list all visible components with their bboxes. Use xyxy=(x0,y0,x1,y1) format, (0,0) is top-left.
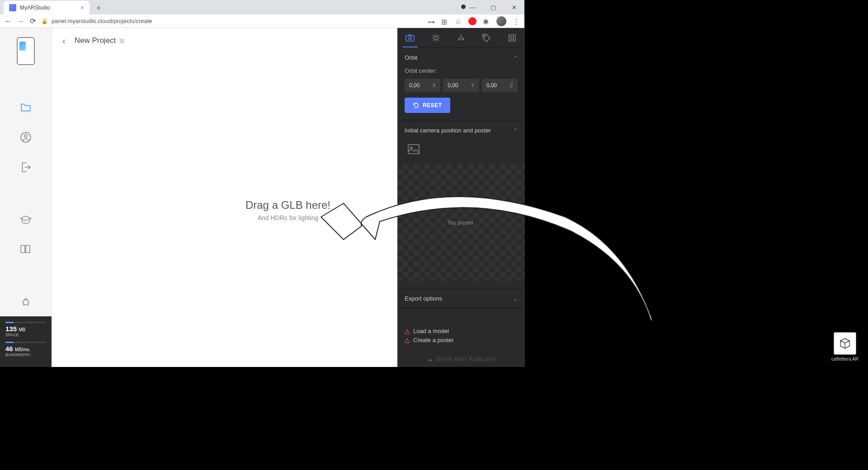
close-window-button[interactable]: ✕ xyxy=(504,0,524,14)
hotspot-tab[interactable] xyxy=(474,28,499,47)
projects-icon[interactable] xyxy=(19,101,32,114)
svg-point-10 xyxy=(434,36,438,40)
chevron-up-icon: ⌃ xyxy=(513,127,518,134)
docs-icon[interactable] xyxy=(19,243,32,256)
address-bar: ← → ⟳ 🔒 panel.myarstudio.cloud/projects/… xyxy=(0,14,524,28)
space-bar xyxy=(5,322,46,323)
sidebar: 135 MB SPACE 46 MB/mo. BANDWIDTH xyxy=(0,28,52,367)
learn-icon[interactable] xyxy=(19,213,32,226)
drop-title: Drag a GLB here! xyxy=(245,199,330,212)
opera-icon[interactable] xyxy=(468,17,476,25)
space-label: SPACE xyxy=(5,333,46,337)
export-section: Export options ⌄ xyxy=(397,289,525,309)
orbit-center-label: Orbit center: xyxy=(405,67,518,74)
export-title: Export options xyxy=(405,295,442,302)
logout-icon[interactable] xyxy=(19,161,32,174)
new-tab-button[interactable]: + xyxy=(92,2,105,14)
translate-icon[interactable]: ⊞ xyxy=(441,18,448,25)
dragged-file[interactable]: caffettiera AR xyxy=(831,332,859,362)
orbit-title: Orbit xyxy=(405,54,417,61)
orbit-header[interactable]: Orbit ⌃ xyxy=(397,48,525,67)
camera-tab[interactable] xyxy=(397,28,423,47)
svg-rect-12 xyxy=(509,35,515,41)
materials-tab[interactable] xyxy=(448,28,474,47)
bandwidth-bar xyxy=(5,342,46,343)
extensions-icon[interactable]: ✱ xyxy=(483,18,490,25)
svg-rect-8 xyxy=(406,36,414,41)
lock-icon: 🔒 xyxy=(41,18,48,24)
edit-title-icon[interactable]: ⊞ xyxy=(119,37,125,44)
usage-panel: 135 MB SPACE 46 MB/mo. BANDWIDTH xyxy=(0,316,52,367)
file-thumbnail xyxy=(834,332,856,355)
bookmark-icon[interactable]: ☆ xyxy=(455,18,462,25)
bug-icon[interactable] xyxy=(19,296,32,308)
inspector-panel: Orbit ⌃ Orbit center: 0,00X 0,00Y 0,00Z … xyxy=(397,28,525,367)
warning-load-model: △ Load a model xyxy=(405,327,518,334)
device-preview-icon[interactable] xyxy=(17,37,35,65)
maximize-button[interactable]: ▢ xyxy=(483,0,504,14)
orbit-section: Orbit ⌃ Orbit center: 0,00X 0,00Y 0,00Z … xyxy=(397,48,525,121)
camera-title: Initial camera position and poster xyxy=(405,127,491,134)
orbit-x-field[interactable]: 0,00X xyxy=(405,79,440,92)
svg-point-11 xyxy=(484,35,486,37)
close-icon[interactable]: × xyxy=(80,4,84,11)
account-icon[interactable] xyxy=(19,131,32,144)
tab-title: MyARStudio xyxy=(20,5,50,11)
warning-create-poster: △ Create a poster xyxy=(405,336,518,343)
lighting-tab[interactable] xyxy=(423,28,448,47)
ar-tab[interactable] xyxy=(500,28,525,47)
reload-button[interactable]: ⟳ xyxy=(30,17,36,25)
orbit-xyz-row: 0,00X 0,00Y 0,00Z xyxy=(405,79,518,92)
camera-section: Initial camera position and poster ⌃ No … xyxy=(397,121,525,289)
tab-bar: MyARStudio × + — ▢ ✕ xyxy=(0,0,524,14)
back-button[interactable]: ← xyxy=(5,17,12,25)
window-controls: — ▢ ✕ xyxy=(462,0,524,14)
menu-icon[interactable]: ⋮ xyxy=(513,18,520,25)
svg-point-1 xyxy=(24,135,27,138)
drop-subtitle: And HDRs for lighting xyxy=(258,214,319,221)
back-icon[interactable]: ‹ xyxy=(62,36,66,46)
warning-icon: △ xyxy=(405,327,410,334)
bandwidth-label: BANDWIDTH xyxy=(5,352,46,357)
orbit-y-field[interactable]: 0,00Y xyxy=(443,79,479,92)
key-icon[interactable]: ⊶ xyxy=(428,18,435,25)
reset-button[interactable]: RESET xyxy=(405,98,450,113)
poster-image-icon[interactable] xyxy=(405,140,423,158)
url-field[interactable]: 🔒 panel.myarstudio.cloud/projects/create xyxy=(41,18,422,24)
chevron-up-icon: ⌃ xyxy=(513,55,518,61)
poster-preview[interactable]: No poster xyxy=(397,164,525,281)
browser-chrome: MyARStudio × + — ▢ ✕ ← → ⟳ 🔒 panel.myars… xyxy=(0,0,524,28)
url-text: panel.myarstudio.cloud/projects/create xyxy=(52,18,152,24)
address-bar-icons: ⊶ ⊞ ☆ ✱ ⋮ xyxy=(428,16,520,26)
export-header[interactable]: Export options ⌄ xyxy=(397,289,525,308)
project-title: New Project xyxy=(75,36,116,45)
warning-icon: △ xyxy=(405,336,410,343)
forward-button[interactable]: → xyxy=(17,17,24,25)
desktop-area: caffettiera AR xyxy=(525,0,868,367)
inspector-tabs xyxy=(397,28,525,48)
file-name: caffettiera AR xyxy=(831,357,859,362)
publish-button[interactable]: ☁ SAVE AND PUBLISH xyxy=(397,352,525,367)
profile-avatar[interactable] xyxy=(496,16,506,26)
space-value: 135 MB xyxy=(5,325,46,333)
bandwidth-value: 46 MB/mo. xyxy=(5,345,46,352)
cloud-icon: ☁ xyxy=(427,356,433,362)
browser-tab[interactable]: MyARStudio × xyxy=(4,1,90,14)
minimize-button[interactable]: — xyxy=(462,0,483,14)
no-poster-text: No poster xyxy=(448,219,474,226)
camera-header[interactable]: Initial camera position and poster ⌃ xyxy=(397,121,525,140)
favicon xyxy=(9,4,16,11)
orbit-z-field[interactable]: 0,00Z xyxy=(482,79,518,92)
chevron-down-icon: ⌄ xyxy=(513,296,518,302)
warnings: △ Load a model △ Create a poster xyxy=(397,321,525,352)
svg-rect-13 xyxy=(408,145,419,154)
svg-point-9 xyxy=(409,37,411,40)
